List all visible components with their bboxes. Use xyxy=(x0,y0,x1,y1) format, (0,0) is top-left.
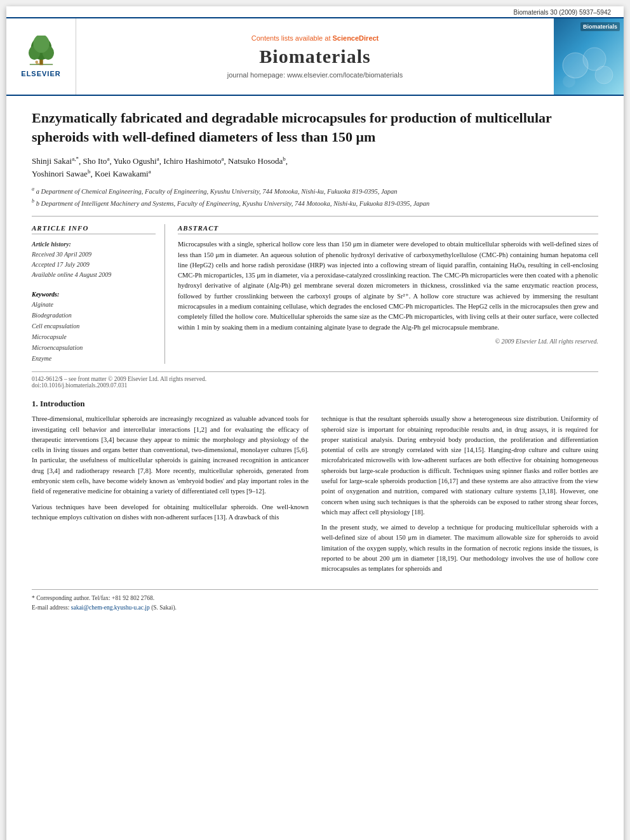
body-content: 1. Introduction Three-dimensional, multi… xyxy=(32,399,598,579)
footnote-area: * Corresponding author. Tel/fax: +81 92 … xyxy=(32,589,598,612)
email-label: E-mail address: xyxy=(32,604,69,611)
doi-line: doi:10.1016/j.biomaterials.2009.07.031 xyxy=(32,382,127,389)
sciencedirect-link: Contents lists available at ScienceDirec… xyxy=(251,34,379,42)
email-address: sakai@chem-eng.kyushu-u.ac.jp xyxy=(71,604,150,611)
abstract-heading: Abstract xyxy=(178,224,598,234)
elsevier-wordmark: ELSEVIER xyxy=(21,70,60,77)
affiliations: a a Department of Chemical Engineering, … xyxy=(32,185,598,208)
received-date: Received 30 April 2009 xyxy=(32,251,91,258)
elsevier-logo-area: ELSEVIER xyxy=(6,18,76,95)
available-date: Available online 4 August 2009 xyxy=(32,271,111,278)
authors-line: Shinji Sakaia,*, Sho Itoa, Yuko Ogushia,… xyxy=(32,155,598,180)
affiliation-a: a a Department of Chemical Engineering, … xyxy=(32,185,598,196)
svg-point-6 xyxy=(35,61,38,64)
intro-right-col: technique is that the resultant spheroid… xyxy=(321,414,598,579)
biomaterials-brand-area: Biomaterials xyxy=(554,18,624,95)
article-info-label: Article Info xyxy=(32,224,88,232)
article-history: Article history: Received 30 April 2009 … xyxy=(32,239,156,280)
journal-homepage: journal homepage: www.elsevier.com/locat… xyxy=(227,71,403,79)
affiliation-b: b b Department of Intelligent Machinery … xyxy=(32,197,598,208)
abstract-column: Abstract Microcapsules with a single, sp… xyxy=(178,224,598,364)
article-info-heading: Article Info xyxy=(32,224,156,234)
issn-line: 0142-9612/$ – see front matter © 2009 El… xyxy=(32,376,206,382)
svg-point-11 xyxy=(563,75,575,88)
journal-citation-bar: Biomaterials 30 (2009) 5937–5942 xyxy=(6,6,624,17)
introduction-two-col: Three-dimensional, multicellular spheroi… xyxy=(32,414,598,579)
elsevier-logo: ELSEVIER xyxy=(21,36,60,77)
journal-citation: Biomaterials 30 (2009) 5937–5942 xyxy=(514,9,611,16)
journal-header: ELSEVIER Contents lists available at Sci… xyxy=(6,17,624,96)
intro-para-4: In the present study, we aimed to develo… xyxy=(321,523,598,574)
copyright-line: © 2009 Elsevier Ltd. All rights reserved… xyxy=(178,338,598,345)
sciencedirect-name: ScienceDirect xyxy=(333,34,379,42)
keyword-5: Microencapsulation xyxy=(32,344,83,351)
intro-para-1: Three-dimensional, multicellular spheroi… xyxy=(32,414,309,497)
journal-title-main: Biomaterials xyxy=(259,46,370,67)
article-title: Enzymatically fabricated and degradable … xyxy=(32,109,598,146)
abstract-text: Microcapsules with a single, spherical h… xyxy=(178,239,598,332)
biomaterials-brand-image: Biomaterials xyxy=(554,18,624,95)
article-info-column: Article Info Article history: Received 3… xyxy=(32,224,165,364)
keyword-1: Alginate xyxy=(32,301,53,308)
keyword-list: Alginate Biodegradation Cell encapsulati… xyxy=(32,299,156,364)
footnote-star-note: * Corresponding author. Tel/fax: +81 92 … xyxy=(32,595,154,601)
keywords-section: Keywords: Alginate Biodegradation Cell e… xyxy=(32,288,156,364)
accepted-date: Accepted 17 July 2009 xyxy=(32,261,90,268)
svg-rect-7 xyxy=(36,63,39,64)
main-content: Enzymatically fabricated and degradable … xyxy=(6,96,624,625)
svg-point-10 xyxy=(595,66,613,84)
keyword-4: Microcapsule xyxy=(32,333,67,340)
keyword-2: Biodegradation xyxy=(32,312,72,319)
abstract-label: Abstract xyxy=(178,224,218,232)
intro-para-3: technique is that the resultant spheroid… xyxy=(321,414,598,517)
elsevier-tree-icon xyxy=(22,36,60,67)
biomaterials-badge: Biomaterials xyxy=(580,22,620,31)
keyword-6: Enzyme xyxy=(32,355,51,362)
keywords-heading: Keywords: xyxy=(32,291,59,298)
sciencedirect-prefix: Contents lists available at xyxy=(251,34,333,42)
affil-b-text: b Department of Intelligent Machinery an… xyxy=(36,200,430,207)
intro-left-col: Three-dimensional, multicellular spheroi… xyxy=(32,414,309,579)
intro-para-2: Various techniques have been developed f… xyxy=(32,502,309,523)
corresponding-author-note: * Corresponding author. Tel/fax: +81 92 … xyxy=(32,594,598,603)
email-footnote: E-mail address: sakai@chem-eng.kyushu-u.… xyxy=(32,603,598,612)
footer-identifiers: 0142-9612/$ – see front matter © 2009 El… xyxy=(32,371,598,389)
homepage-url: www.elsevier.com/locate/biomaterials xyxy=(287,71,403,79)
journal-title-area: Contents lists available at ScienceDirec… xyxy=(76,18,554,95)
homepage-prefix: journal homepage: xyxy=(227,71,287,79)
introduction-heading: 1. Introduction xyxy=(32,399,598,409)
article-info-abstract-section: Article Info Article history: Received 3… xyxy=(32,216,598,364)
history-heading: Article history: xyxy=(32,241,71,248)
affil-a-text: a Department of Chemical Engineering, Fa… xyxy=(36,188,398,195)
email-author-note: (S. Sakai). xyxy=(151,604,177,611)
brand-graphic xyxy=(560,37,620,91)
keyword-3: Cell encapsulation xyxy=(32,323,79,330)
page: Biomaterials 30 (2009) 5937–5942 xyxy=(6,6,624,840)
